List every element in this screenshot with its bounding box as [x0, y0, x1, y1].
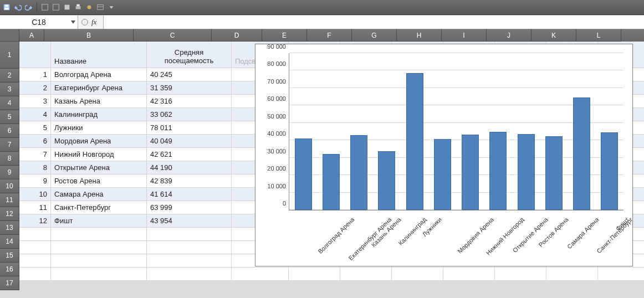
column-header[interactable]: K	[531, 29, 576, 42]
cell[interactable]	[392, 268, 443, 281]
cell[interactable]	[19, 241, 51, 254]
row-header[interactable]: 3	[0, 83, 19, 96]
cell[interactable]: 42 621	[147, 148, 232, 161]
cell[interactable]	[51, 241, 147, 254]
column-header[interactable]: B	[44, 29, 134, 42]
row-header[interactable]: 11	[0, 193, 19, 207]
cell[interactable]: Нижний Новгород	[51, 148, 147, 161]
cell[interactable]: 12	[19, 214, 51, 228]
toolbar-icon[interactable]	[63, 3, 71, 12]
row-header[interactable]: 2	[0, 69, 19, 83]
toolbar-icon[interactable]	[52, 3, 60, 12]
cell[interactable]: 78 011	[147, 121, 232, 135]
column-header[interactable]: J	[487, 29, 531, 42]
cell[interactable]: Мордовия Арена	[51, 135, 147, 148]
column-header[interactable]: L	[576, 29, 621, 42]
cell[interactable]	[51, 254, 147, 268]
row-header[interactable]: 12	[0, 207, 19, 221]
cell[interactable]: 43 954	[147, 214, 232, 228]
cell[interactable]	[147, 254, 232, 268]
column-header[interactable]: E	[262, 29, 307, 42]
row-header[interactable]: 16	[0, 263, 19, 276]
cell[interactable]	[19, 254, 51, 268]
row-header[interactable]: 13	[0, 221, 19, 235]
cell[interactable]	[289, 268, 340, 281]
cell[interactable]: 44 190	[147, 161, 232, 174]
cell[interactable]	[19, 268, 51, 281]
cell[interactable]: Казань Арена	[51, 95, 147, 108]
redo-icon[interactable]	[24, 3, 33, 12]
row-header[interactable]: 6	[0, 124, 19, 138]
cell[interactable]	[495, 268, 546, 281]
cell[interactable]: Самара Арена	[51, 188, 147, 201]
cell[interactable]: 42 316	[147, 95, 232, 108]
dropdown-icon[interactable]	[107, 3, 116, 12]
column-header[interactable]: C	[134, 29, 212, 42]
cell[interactable]: 5	[19, 121, 51, 135]
column-header[interactable]: F	[307, 29, 352, 42]
cell[interactable]: 1	[19, 68, 51, 81]
row-header[interactable]: 15	[0, 249, 19, 263]
cell[interactable]	[51, 268, 147, 281]
cell[interactable]	[147, 228, 232, 241]
cell[interactable]: 41 614	[147, 188, 232, 201]
chart-bar[interactable]	[295, 138, 312, 210]
undo-icon[interactable]	[13, 3, 22, 12]
cell[interactable]	[340, 268, 392, 281]
cell[interactable]: 31 359	[147, 81, 232, 95]
chevron-down-icon[interactable]	[71, 20, 75, 24]
cell[interactable]: 3	[19, 95, 51, 108]
row-header[interactable]: 5	[0, 110, 19, 124]
toolbar-icon[interactable]	[96, 3, 105, 12]
formula-input[interactable]	[103, 16, 644, 29]
row-header[interactable]: 1	[0, 42, 19, 69]
row-header[interactable]: 14	[0, 235, 19, 249]
cell[interactable]: 8	[19, 161, 51, 174]
cell[interactable]: 7	[19, 148, 51, 161]
chart-bar[interactable]	[378, 151, 395, 210]
chart-bar[interactable]	[434, 139, 451, 210]
toolbar-icon[interactable]	[85, 3, 94, 12]
cancel-icon[interactable]	[81, 19, 88, 25]
cell[interactable]: 2	[19, 81, 51, 95]
cell[interactable]	[232, 268, 289, 281]
column-header[interactable]: I	[442, 29, 487, 42]
cell[interactable]	[19, 42, 51, 68]
chart-bar[interactable]	[601, 132, 618, 210]
cell[interactable]	[147, 268, 232, 281]
chart-bar[interactable]	[489, 132, 507, 210]
row-header[interactable]: 7	[0, 138, 19, 152]
chart-bar[interactable]	[350, 135, 367, 210]
chart[interactable]: 010 00020 00030 00040 00050 00060 00070 …	[255, 44, 633, 266]
cell[interactable]: Название	[51, 42, 147, 68]
column-header[interactable]: H	[397, 29, 442, 42]
cell[interactable]: 42 839	[147, 174, 232, 188]
cell[interactable]: 40 049	[147, 135, 232, 148]
column-header[interactable]: G	[352, 29, 397, 42]
row-header[interactable]: 10	[0, 179, 19, 193]
row-header[interactable]: 4	[0, 96, 19, 110]
cell[interactable]: Санкт-Петербург	[51, 201, 147, 214]
chart-bar[interactable]	[545, 136, 563, 210]
select-all-corner[interactable]	[0, 29, 19, 42]
chart-bar[interactable]	[573, 97, 590, 210]
chart-bar[interactable]	[462, 135, 479, 210]
cell[interactable]: Волгоград Арена	[51, 68, 147, 81]
chart-bar[interactable]	[406, 73, 423, 210]
cell[interactable]	[546, 268, 598, 281]
cell[interactable]: 10	[19, 188, 51, 201]
cell[interactable]: Екатеринбург Арена	[51, 81, 147, 95]
cell[interactable]: Открытие Арена	[51, 161, 147, 174]
row-header[interactable]: 17	[0, 276, 19, 290]
cell[interactable]: 40 245	[147, 68, 232, 81]
save-icon[interactable]	[2, 3, 11, 12]
cell[interactable]	[51, 228, 147, 241]
chart-bar[interactable]	[518, 134, 535, 210]
column-header[interactable]: A	[19, 29, 44, 42]
cell[interactable]	[147, 241, 232, 254]
cell[interactable]: Лужники	[51, 121, 147, 135]
cell[interactable]	[19, 228, 51, 241]
toolbar-icon[interactable]	[40, 3, 49, 12]
column-header[interactable]: D	[212, 29, 262, 42]
cell[interactable]: Средняя посещаемость	[147, 42, 232, 68]
